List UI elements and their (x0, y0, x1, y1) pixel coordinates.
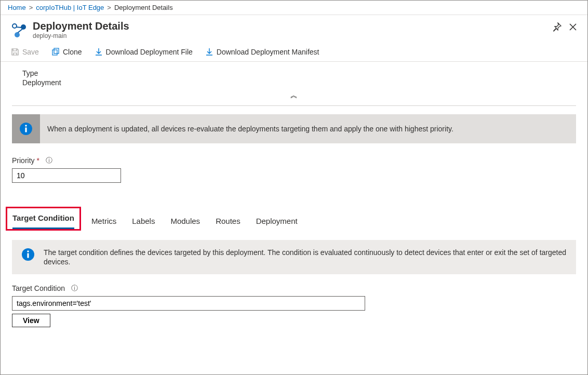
download-file-label: Download Deployment File (106, 48, 193, 56)
download-deployment-manifest-button[interactable]: Download Deployment Manifest (205, 48, 319, 56)
svg-line-3 (16, 27, 21, 28)
tab-target-condition[interactable]: Target Condition (12, 209, 74, 229)
breadcrumb: Home > corpIoTHub | IoT Edge > Deploymen… (1, 1, 587, 15)
target-condition-info-text: The target condition defines the devices… (44, 240, 576, 274)
priority-label: Priority (12, 156, 35, 165)
target-condition-label: Target Condition (12, 284, 65, 292)
type-field: Type Deployment (22, 69, 576, 87)
info-icon (19, 122, 33, 136)
chevron-up-double-icon: ︽ (290, 91, 298, 99)
svg-point-11 (27, 250, 29, 252)
download-icon (205, 48, 213, 56)
tab-labels[interactable]: Labels (132, 212, 155, 231)
clone-icon (51, 48, 60, 56)
save-label: Save (22, 48, 39, 56)
pin-icon (552, 22, 562, 32)
tab-routes[interactable]: Routes (216, 212, 240, 231)
type-value: Deployment (22, 78, 576, 87)
tab-metrics[interactable]: Metrics (91, 212, 116, 231)
collapse-toggle[interactable]: ︽ (12, 91, 576, 100)
save-button: Save (11, 48, 39, 56)
svg-point-0 (12, 24, 17, 28)
target-condition-field: Target Condition ⓘ View (12, 284, 576, 327)
page-header: Deployment Details deploy-main (1, 15, 587, 44)
deployment-details-window: Home > corpIoTHub | IoT Edge > Deploymen… (0, 0, 588, 375)
breadcrumb-home[interactable]: Home (8, 4, 26, 11)
info-hint-icon[interactable]: ⓘ (46, 156, 52, 165)
close-button[interactable] (569, 23, 577, 33)
pin-button[interactable] (552, 22, 562, 33)
page-title: Deployment Details (33, 20, 552, 32)
deployment-icon (11, 22, 28, 39)
svg-point-2 (15, 32, 20, 37)
page-subtitle: deploy-main (33, 32, 552, 39)
info-hint-icon[interactable]: ⓘ (71, 284, 78, 293)
svg-line-4 (18, 29, 22, 33)
breadcrumb-hub[interactable]: corpIoTHub | IoT Edge (36, 4, 104, 11)
breadcrumb-current: Deployment Details (114, 4, 173, 11)
priority-field: Priority * ⓘ (12, 156, 576, 183)
tab-highlight: Target Condition (6, 207, 81, 231)
svg-rect-9 (25, 128, 26, 132)
info-icon (21, 248, 35, 261)
target-condition-input[interactable] (12, 296, 365, 311)
view-button[interactable]: View (12, 314, 50, 327)
tab-deployment[interactable]: Deployment (256, 212, 298, 231)
detail-tabs: Target Condition Metrics Labels Modules … (12, 207, 576, 231)
divider (12, 105, 576, 106)
target-condition-info-banner: The target condition defines the devices… (12, 240, 576, 274)
type-label: Type (22, 69, 576, 77)
toolbar: Save Clone Download Deployment File Down… (1, 44, 587, 62)
save-icon (11, 48, 19, 56)
chevron-right-icon: > (107, 4, 111, 11)
close-icon (569, 23, 577, 31)
svg-rect-6 (54, 48, 59, 53)
clone-button[interactable]: Clone (51, 48, 82, 56)
svg-point-8 (25, 125, 27, 127)
required-indicator: * (37, 156, 39, 165)
chevron-right-icon: > (29, 4, 33, 11)
svg-rect-12 (27, 253, 29, 258)
priority-info-text: When a deployment is updated, all device… (40, 114, 576, 143)
priority-input[interactable] (12, 168, 121, 183)
content-scroll[interactable]: Type Deployment ︽ When a deployment is u… (1, 62, 587, 374)
svg-rect-5 (52, 50, 57, 55)
svg-point-1 (21, 24, 26, 30)
priority-info-banner: When a deployment is updated, all device… (12, 114, 576, 143)
download-deployment-file-button[interactable]: Download Deployment File (95, 48, 193, 56)
download-manifest-label: Download Deployment Manifest (217, 48, 319, 56)
tab-modules[interactable]: Modules (170, 212, 200, 231)
download-icon (95, 48, 103, 56)
clone-label: Clone (63, 48, 82, 56)
